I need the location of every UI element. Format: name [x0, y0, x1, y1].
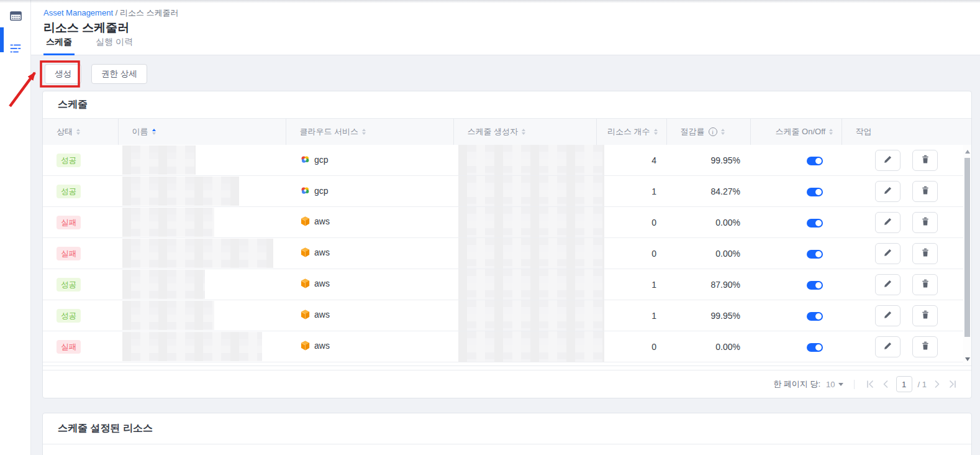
edit-button[interactable]: [875, 305, 901, 326]
table-grid-icon: [10, 11, 22, 24]
edit-button[interactable]: [875, 212, 901, 233]
resource-count: 0: [596, 207, 666, 238]
savings-rate: 99.95%: [666, 145, 750, 176]
app-root: Asset Management / 리소스 스케줄러 리소스 스케줄러 스케줄…: [0, 0, 980, 455]
column-header-savings-rate[interactable]: 절감률: [666, 119, 750, 145]
vertical-scrollbar[interactable]: [963, 145, 971, 366]
redacted-creator: [458, 331, 604, 362]
prev-page-button[interactable]: [881, 379, 891, 389]
column-header-cloud-service[interactable]: 클라우드 서비스: [286, 119, 453, 145]
pencil-icon: [883, 248, 892, 259]
schedule-card-title: 스케줄: [58, 98, 88, 111]
delete-button[interactable]: [912, 305, 938, 326]
aws-icon: [301, 341, 310, 351]
schedule-toggle[interactable]: [807, 250, 823, 259]
schedule-toggle[interactable]: [807, 312, 823, 321]
redacted-name: [122, 145, 196, 175]
column-header-actions: 작업: [842, 119, 971, 145]
scroll-down-icon[interactable]: [965, 357, 970, 361]
gcp-icon: [301, 155, 310, 165]
sidebar-item-asset-inventory[interactable]: [0, 6, 31, 29]
resource-count: 0: [596, 238, 666, 269]
table-row: 성공: [43, 145, 971, 176]
table-row: 실패: [43, 207, 971, 238]
edit-button[interactable]: [875, 274, 901, 295]
page-title: 리소스 스케줄러: [43, 20, 129, 36]
aws-icon: [301, 310, 310, 319]
next-page-button[interactable]: [932, 379, 942, 389]
sidebar-item-resource-scheduler[interactable]: [0, 39, 31, 61]
per-page-select[interactable]: 10: [826, 380, 843, 389]
schedule-toggle[interactable]: [807, 343, 823, 352]
sort-icon: [721, 129, 725, 135]
status-badge: 성공: [57, 185, 81, 198]
schedule-toggle[interactable]: [807, 188, 823, 196]
schedule-card: 스케줄 상태 이름: [42, 91, 972, 398]
aws-icon: [301, 216, 310, 226]
permission-detail-button[interactable]: 권한 상세: [91, 64, 147, 84]
status-badge: 성공: [57, 278, 81, 292]
schedule-toggle[interactable]: [807, 157, 823, 165]
resources-card: 스케줄 설정된 리소스: [42, 413, 972, 455]
column-header-status[interactable]: 상태: [43, 119, 118, 145]
column-header-name[interactable]: 이름: [118, 119, 286, 145]
edit-button[interactable]: [875, 336, 901, 357]
sidebar: [0, 0, 31, 455]
redacted-creator: [458, 238, 604, 269]
edit-button[interactable]: [875, 243, 901, 264]
redacted-creator: [458, 145, 604, 175]
resources-card-body: [43, 444, 971, 455]
edit-button[interactable]: [875, 150, 901, 171]
info-icon[interactable]: [709, 127, 717, 136]
pencil-icon: [883, 217, 892, 228]
schedule-toggle[interactable]: [807, 281, 823, 290]
tab-execution-history[interactable]: 실행 이력: [93, 37, 135, 55]
cloud-provider-label: gcp: [314, 186, 329, 196]
trash-icon: [921, 217, 930, 228]
cloud-provider-label: aws: [314, 247, 330, 257]
sort-icon: [362, 129, 366, 135]
table-row: 성공: [43, 300, 971, 331]
schedule-table-header: 상태 이름 클라우드 서비스 스케줄 생성자: [43, 119, 971, 145]
delete-button[interactable]: [912, 274, 938, 295]
scrollbar-thumb[interactable]: [964, 158, 970, 337]
scroll-up-icon[interactable]: [965, 150, 970, 154]
cloud-provider-label: gcp: [314, 155, 329, 165]
delete-button[interactable]: [912, 212, 938, 233]
status-badge: 실패: [57, 216, 81, 229]
trash-icon: [921, 341, 930, 352]
cloud-provider-label: aws: [314, 278, 330, 288]
redacted-creator: [458, 176, 604, 206]
table-row: 실패: [43, 331, 971, 362]
sort-icon: [522, 129, 525, 135]
column-header-schedule-onoff[interactable]: 스케줄 On/Off: [750, 119, 842, 145]
first-page-button[interactable]: [865, 379, 875, 389]
delete-button[interactable]: [912, 243, 938, 264]
redacted-name: [122, 177, 239, 206]
breadcrumb-separator: /: [116, 8, 118, 17]
trash-icon: [921, 310, 930, 321]
breadcrumb-link-asset-management[interactable]: Asset Management: [43, 8, 113, 17]
delete-button[interactable]: [912, 150, 938, 171]
savings-rate: 84.27%: [666, 176, 750, 207]
edit-button[interactable]: [875, 181, 901, 202]
content-area: 생성 권한 상세 스케줄 상태: [31, 55, 980, 455]
resources-card-title: 스케줄 설정된 리소스: [58, 422, 153, 435]
last-page-button[interactable]: [948, 379, 958, 389]
pagination: 한 페이지 당: 10 1 / 1: [43, 370, 971, 398]
aws-icon: [301, 247, 310, 257]
delete-button[interactable]: [912, 181, 938, 202]
create-button[interactable]: 생성: [45, 64, 81, 84]
savings-rate: 99.95%: [666, 300, 750, 331]
trash-icon: [921, 279, 930, 290]
schedule-toggle[interactable]: [807, 219, 823, 228]
pencil-icon: [883, 279, 892, 290]
delete-button[interactable]: [912, 336, 938, 357]
current-page-input[interactable]: 1: [896, 376, 912, 392]
redacted-name: [122, 270, 205, 299]
column-header-creator[interactable]: 스케줄 생성자: [453, 119, 596, 145]
resource-count: 0: [596, 331, 666, 362]
tab-schedule[interactable]: 스케줄: [43, 37, 75, 55]
column-header-resource-count[interactable]: 리소스 개수: [596, 119, 666, 145]
cloud-provider-label: aws: [314, 216, 330, 226]
